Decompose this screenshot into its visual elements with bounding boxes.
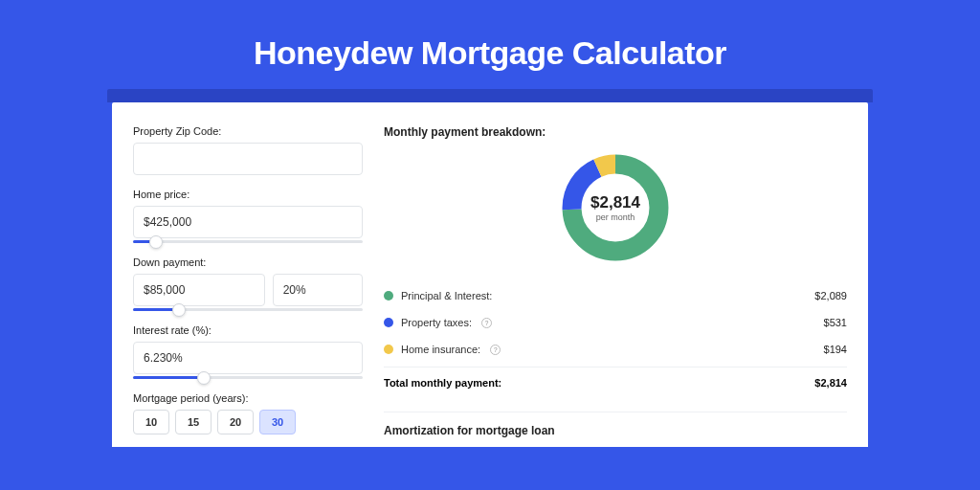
legend-value: $531 bbox=[824, 317, 847, 328]
total-value: $2,814 bbox=[814, 377, 847, 389]
down-payment-amount-input[interactable] bbox=[133, 274, 265, 306]
legend-label: Home insurance: bbox=[401, 344, 480, 355]
donut-amount: $2,814 bbox=[590, 193, 640, 212]
home-price-field: Home price: bbox=[133, 189, 363, 243]
interest-label: Interest rate (%): bbox=[133, 324, 363, 336]
period-field: Mortgage period (years): 10 15 20 30 bbox=[133, 392, 363, 434]
divider bbox=[384, 412, 847, 412]
legend-dot bbox=[384, 318, 393, 327]
info-icon[interactable]: ? bbox=[490, 345, 501, 355]
card-shadow bbox=[107, 89, 873, 102]
down-payment-slider[interactable] bbox=[133, 308, 363, 311]
zip-field: Property Zip Code: bbox=[133, 125, 363, 175]
home-price-input[interactable] bbox=[133, 206, 363, 238]
home-price-label: Home price: bbox=[133, 189, 363, 200]
donut-center: $2,814 per month bbox=[590, 193, 640, 222]
legend-row-principal: Principal & Interest: $2,089 bbox=[384, 282, 847, 309]
legend-label: Principal & Interest: bbox=[401, 290, 492, 301]
page-root: Honeydew Mortgage Calculator Property Zi… bbox=[0, 0, 980, 490]
zip-label: Property Zip Code: bbox=[133, 125, 363, 137]
donut-sub: per month bbox=[590, 212, 640, 222]
down-payment-percent-input[interactable] bbox=[273, 274, 363, 306]
period-options: 10 15 20 30 bbox=[133, 410, 363, 434]
amortization-title: Amortization for mortgage loan bbox=[384, 424, 847, 437]
interest-field: Interest rate (%): bbox=[133, 324, 363, 379]
period-option-30[interactable]: 30 bbox=[259, 410, 296, 434]
legend-dot bbox=[384, 291, 393, 301]
interest-slider[interactable] bbox=[133, 376, 363, 379]
period-label: Mortgage period (years): bbox=[133, 392, 363, 404]
zip-input[interactable] bbox=[133, 143, 363, 175]
legend-value: $194 bbox=[824, 344, 847, 355]
breakdown-column: Monthly payment breakdown: $2,814 per mo… bbox=[384, 125, 847, 447]
home-price-slider[interactable] bbox=[133, 240, 363, 243]
slider-thumb[interactable] bbox=[197, 371, 211, 385]
info-icon[interactable]: ? bbox=[481, 318, 492, 328]
total-row: Total monthly payment: $2,814 bbox=[384, 367, 847, 398]
slider-thumb[interactable] bbox=[149, 235, 163, 249]
period-option-20[interactable]: 20 bbox=[217, 410, 254, 434]
donut-chart-wrap: $2,814 per month bbox=[384, 150, 847, 265]
slider-thumb[interactable] bbox=[172, 303, 186, 317]
interest-input[interactable] bbox=[133, 342, 363, 374]
legend-label: Property taxes: bbox=[401, 317, 472, 328]
legend-row-insurance: Home insurance: ? $194 bbox=[384, 336, 847, 363]
down-payment-label: Down payment: bbox=[133, 256, 363, 268]
legend-value: $2,089 bbox=[814, 290, 847, 301]
form-column: Property Zip Code: Home price: Down paym… bbox=[133, 125, 363, 447]
total-label: Total monthly payment: bbox=[384, 377, 501, 389]
page-title: Honeydew Mortgage Calculator bbox=[254, 34, 726, 72]
period-option-10[interactable]: 10 bbox=[133, 410, 169, 434]
down-payment-field: Down payment: bbox=[133, 256, 363, 311]
donut-chart: $2,814 per month bbox=[558, 150, 673, 265]
legend-dot bbox=[384, 345, 393, 354]
breakdown-title: Monthly payment breakdown: bbox=[384, 125, 847, 139]
calculator-card: Property Zip Code: Home price: Down paym… bbox=[112, 102, 868, 447]
period-option-15[interactable]: 15 bbox=[175, 410, 212, 434]
legend-row-taxes: Property taxes: ? $531 bbox=[384, 309, 847, 336]
